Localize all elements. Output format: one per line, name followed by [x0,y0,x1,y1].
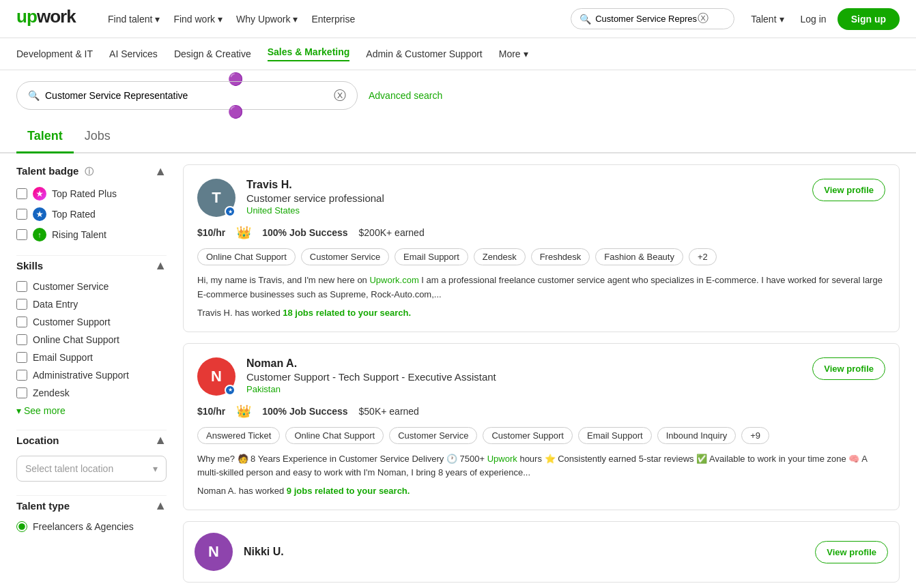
see-more-skills[interactable]: ▾ See more [16,405,167,416]
tag-email-support-noman[interactable]: Email Support [578,427,652,444]
upwork-logo[interactable]: up work [16,8,86,31]
top-rated-plus-icon: ★ [33,187,46,201]
talent-type-freelancers[interactable]: Freelancers & Agencies [16,521,167,532]
card-location-noman: Pakistan [246,384,801,394]
radio-freelancers-agencies[interactable] [16,521,27,532]
main-search-input[interactable] [45,90,304,101]
tag-email-support[interactable]: Email Support [395,248,468,265]
cat-design-creative[interactable]: Design & Creative [174,48,251,59]
tab-jobs[interactable]: Jobs [74,121,121,153]
info-icon[interactable]: ⓘ [85,166,94,177]
skill-email-support[interactable]: Email Support [16,352,167,363]
view-profile-button-travis[interactable]: View profile [812,179,885,201]
avatar-badge-travis: ★ [225,206,235,217]
skill-zendesk[interactable]: Zendesk [16,387,167,398]
collapse-badge-icon[interactable]: ▲ [154,164,167,179]
tag-more-travis[interactable]: +2 [689,248,717,265]
advanced-search-link[interactable]: Advanced search [369,90,442,101]
nav-search-input[interactable] [595,14,698,24]
main-search-box[interactable]: 🔍 ⓧ [16,81,358,110]
skill-admin-support[interactable]: Administrative Support [16,370,167,381]
collapse-location-icon[interactable]: ▲ [154,433,167,447]
tag-more-noman[interactable]: +9 [741,427,769,444]
svg-text:up: up [16,8,37,27]
card-name-noman: Noman A. [246,357,801,370]
filter-rising-talent[interactable]: ↑ Rising Talent [16,228,167,241]
skill-online-chat[interactable]: Online Chat Support [16,334,167,345]
talent-dropdown-btn[interactable]: Talent ▾ [745,11,789,27]
tag-customer-service-noman[interactable]: Customer Service [389,427,477,444]
filter-skills-title: Skills [16,260,43,271]
tag-zendesk[interactable]: Zendesk [474,248,526,265]
crown-icon-travis: 👑 [236,225,251,240]
crown-icon-noman: 👑 [236,404,251,419]
checkbox-customer-support[interactable] [16,317,27,327]
search-results: T ★ Travis H. Customer service professio… [183,164,900,588]
search-tabs: Talent Jobs [0,121,916,153]
skill-data-entry[interactable]: Data Entry [16,299,167,310]
avatar-badge-noman: ★ [225,385,235,396]
checkbox-zendesk[interactable] [16,387,27,398]
checkbox-top-rated-plus[interactable] [16,188,27,199]
nav-search-clear-icon[interactable]: ⓧ [698,12,709,26]
search-icon: 🔍 [28,90,40,101]
jobs-count-link-noman[interactable]: 9 jobs related to your search. [287,486,410,496]
checkbox-admin-support[interactable] [16,370,27,381]
tag-customer-support[interactable]: Customer Support [483,427,573,444]
nav-enterprise[interactable]: Enterprise [311,14,355,25]
nav-why-upwork[interactable]: Why Upwork ▾ [236,14,298,25]
card-desc-noman: Why me? 🧑 8 Years Experience in Customer… [197,452,885,481]
cat-development-it[interactable]: Development & IT [16,48,93,59]
login-button[interactable]: Log in [801,14,827,25]
cat-sales-marketing[interactable]: Sales & Marketing [268,46,350,61]
tag-freshdesk[interactable]: Freshdesk [531,248,590,265]
tag-inbound-inquiry[interactable]: Inbound Inquiry [657,427,736,444]
sidebar-filters: Talent badge ⓘ ▲ ★ Top Rated Plus ★ Top … [16,164,167,588]
earned-noman: $50K+ earned [359,406,419,417]
view-profile-button-noman[interactable]: View profile [812,357,885,380]
tag-customer-service[interactable]: Customer Service [301,248,389,265]
search-clear-icon[interactable]: ⓧ [334,87,346,104]
checkbox-rising-talent[interactable] [16,229,27,240]
tag-answered-ticket[interactable]: Answered Ticket [197,427,280,444]
card-header-travis: T ★ Travis H. Customer service professio… [197,179,885,217]
checkbox-customer-service[interactable] [16,281,27,292]
checkbox-online-chat[interactable] [16,334,27,345]
view-profile-button-nikki[interactable]: View profile [815,541,888,563]
tags-noman: Answered Ticket Online Chat Support Cust… [197,427,885,444]
avatar-container-travis: T ★ [197,179,235,217]
collapse-skills-icon[interactable]: ▲ [154,259,167,273]
chevron-down-icon: ▾ [155,14,160,25]
avatar-container-noman: N ★ [197,357,235,396]
chevron-down-icon: ▾ [293,14,298,25]
jobs-count-link-travis[interactable]: 18 jobs related to your search. [283,308,411,318]
rate-noman: $10/hr [197,406,225,417]
filter-top-rated[interactable]: ★ Top Rated [16,207,167,221]
cat-admin-customer[interactable]: Admin & Customer Support [366,48,482,59]
tag-online-chat[interactable]: Online Chat Support [197,248,296,265]
checkbox-email-support[interactable] [16,352,27,363]
chevron-down-icon: ▾ [218,14,223,25]
jobs-worked-noman: Noman A. has worked 9 jobs related to yo… [197,486,885,496]
tag-online-chat-noman[interactable]: Online Chat Support [285,427,384,444]
cat-more-dropdown[interactable]: More ▾ [499,48,528,59]
tab-talent[interactable]: Talent [16,121,74,153]
upwork-link[interactable]: Upwork.com [369,275,418,285]
tag-fashion-beauty[interactable]: Fashion & Beauty [595,248,683,265]
avatar-container-nikki: N [195,533,233,571]
collapse-talent-type-icon[interactable]: ▲ [154,499,167,513]
skill-customer-support[interactable]: Customer Support [16,317,167,327]
chevron-down-icon: ▾ [524,48,528,59]
cat-ai-services[interactable]: AI Services [109,48,158,59]
signup-button[interactable]: Sign up [838,8,900,30]
filter-top-rated-plus[interactable]: ★ Top Rated Plus [16,187,167,201]
nav-search-bar[interactable]: 🔍 ⓧ [571,8,734,29]
nav-find-work[interactable]: Find work ▾ [173,14,223,25]
checkbox-top-rated[interactable] [16,209,27,220]
nav-find-talent[interactable]: Find talent ▾ [108,14,160,25]
location-select-dropdown[interactable]: Select talent location ▾ [16,456,167,482]
upwork-link-noman[interactable]: Upwork [487,454,517,464]
top-rated-label: Top Rated [52,209,96,220]
checkbox-data-entry[interactable] [16,299,27,310]
skill-customer-service[interactable]: Customer Service [16,281,167,292]
